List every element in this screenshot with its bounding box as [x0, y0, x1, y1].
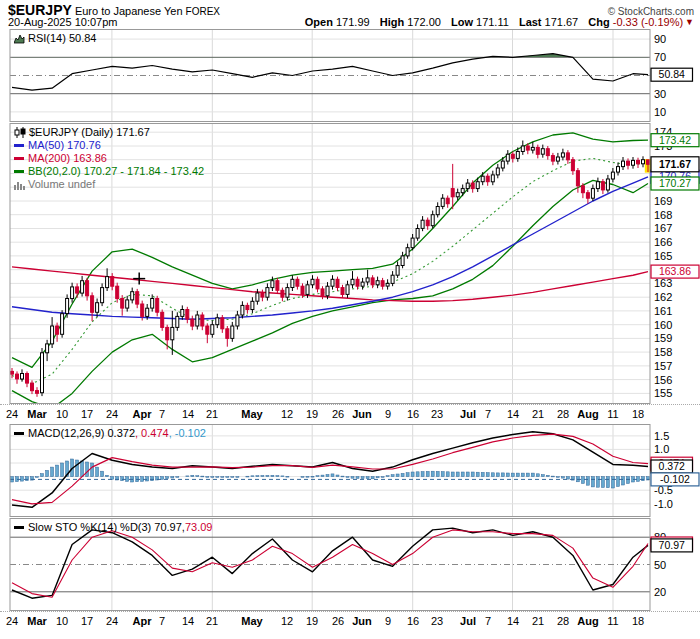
- date-label: 21: [206, 615, 218, 627]
- macd-line-icon: [14, 432, 24, 435]
- date-label: 18: [632, 408, 644, 420]
- date-label: 26: [332, 615, 344, 627]
- date-label: 16: [407, 615, 419, 627]
- chg-value: -0.33 (-0.19%): [613, 16, 683, 28]
- svg-text:-1.0: -1.0: [654, 498, 673, 510]
- date-label: 14: [182, 615, 194, 627]
- svg-text:1.0: 1.0: [654, 443, 669, 455]
- svg-text:166: 166: [654, 236, 672, 248]
- rsi-chart-svg: 9070301050.84: [0, 29, 700, 122]
- svg-text:158: 158: [654, 346, 672, 358]
- date-label: 21: [532, 408, 544, 420]
- bollinger-line-icon: [14, 170, 24, 173]
- date-label: 17: [81, 408, 93, 420]
- month-label: May: [241, 408, 262, 420]
- rsi-overbought-fill: [12, 54, 648, 90]
- month-label: Apr: [133, 615, 152, 627]
- open-value: 171.99: [336, 16, 370, 28]
- date-label: 28: [557, 408, 569, 420]
- svg-text:70.97: 70.97: [659, 539, 685, 551]
- svg-text:159: 159: [654, 332, 672, 344]
- date-label: 12: [281, 615, 293, 627]
- svg-text:30: 30: [654, 88, 666, 100]
- date-label: 12: [281, 408, 293, 420]
- svg-text:171.67: 171.67: [659, 158, 691, 170]
- date-label: 11: [607, 408, 618, 420]
- svg-text:165: 165: [654, 250, 672, 262]
- date-label: 7: [159, 408, 165, 420]
- low-label: Low: [451, 16, 473, 28]
- month-label: Mar: [27, 408, 47, 420]
- svg-text:169: 169: [654, 195, 672, 207]
- volume-bars-icon: [14, 180, 25, 190]
- date-label: 11: [607, 615, 618, 627]
- last-label: Last: [519, 16, 542, 28]
- svg-text:50.84: 50.84: [659, 68, 685, 80]
- svg-text:90: 90: [654, 33, 666, 45]
- chg-down-triangle: ▼: [685, 17, 694, 27]
- datetime: 20-Aug-2025 10:07pm: [8, 16, 117, 28]
- svg-text:157: 157: [654, 360, 672, 372]
- date-axis-bottom: 24Mar101724Apr71421May121926Jun91623Jul7…: [0, 611, 700, 631]
- last-value: 171.67: [545, 16, 579, 28]
- open-label: Open: [305, 16, 333, 28]
- stockcharts-chart-page: $EURJPY Euro to Japanese Yen FOREX © Sto…: [0, 0, 700, 639]
- macd-legend: MACD(12,26,9) 0.372, 0.474, -0.102: [14, 427, 206, 440]
- svg-text:20: 20: [654, 586, 666, 598]
- month-label: Aug: [577, 615, 598, 627]
- sto-legend-main: Slow STO %K(14) %D(3) 70.97,: [28, 521, 185, 534]
- svg-text:1.5: 1.5: [654, 430, 669, 442]
- price-legend-symbol: $EURJPY (Daily) 171.67: [29, 126, 150, 139]
- volume-legend-label: Volume undef: [28, 178, 95, 191]
- date-label: 19: [306, 408, 318, 420]
- svg-text:50: 50: [654, 559, 666, 571]
- date-label: 7: [485, 408, 491, 420]
- svg-text:163: 163: [654, 277, 672, 289]
- high-value: 172.00: [407, 16, 441, 28]
- month-label: Jul: [460, 615, 476, 627]
- date-label: 17: [81, 615, 93, 627]
- ma200-legend-label: MA(200) 163.86: [28, 152, 107, 165]
- month-label: Jun: [352, 408, 372, 420]
- month-label: May: [241, 615, 262, 627]
- date-label: 10: [56, 408, 68, 420]
- date-label: 24: [106, 615, 118, 627]
- ma50-legend-label: MA(50) 170.76: [28, 139, 101, 152]
- candlestick-icon: [14, 127, 26, 138]
- rsi-legend: RSI(14) 50.84: [14, 32, 96, 45]
- date-label: 9: [385, 408, 391, 420]
- date-label: 9: [385, 615, 391, 627]
- date-label: 10: [56, 615, 68, 627]
- date-axis-top: 24Mar101724Apr71421May121926Jun91623Jul7…: [0, 404, 700, 424]
- svg-text:167: 167: [654, 222, 672, 234]
- date-label: 14: [507, 615, 519, 627]
- month-label: Aug: [577, 408, 598, 420]
- date-label: 21: [206, 408, 218, 420]
- macd-legend-hist: , -0.102: [169, 427, 206, 440]
- date-label: 7: [485, 615, 491, 627]
- date-label: 24: [6, 615, 18, 627]
- svg-text:173.42: 173.42: [659, 134, 691, 146]
- date-label: 24: [6, 408, 18, 420]
- high-label: High: [380, 16, 404, 28]
- rsi-panel: 9070301050.84: [0, 29, 700, 122]
- ma50-line-icon: [14, 144, 24, 147]
- svg-text:-0.102: -0.102: [660, 473, 690, 485]
- header-row-quote: 20-Aug-2025 10:07pm Open 171.99 High 172…: [8, 16, 694, 28]
- date-label: 19: [306, 615, 318, 627]
- svg-text:168: 168: [654, 209, 672, 221]
- sto-line-icon: [14, 526, 24, 529]
- chg-label: Chg: [588, 16, 609, 28]
- svg-text:70: 70: [654, 51, 666, 63]
- date-label: 24: [106, 408, 118, 420]
- sto-legend-d: 73.09: [185, 521, 213, 534]
- svg-text:0.372: 0.372: [659, 460, 685, 472]
- date-label: 16: [407, 408, 419, 420]
- stochastic-legend: Slow STO %K(14) %D(3) 70.97, 73.09: [14, 521, 212, 534]
- date-label: 23: [431, 615, 443, 627]
- svg-text:160: 160: [654, 319, 672, 331]
- date-label: 28: [557, 615, 569, 627]
- quote-strip: Open 171.99 High 172.00 Low 171.11 Last …: [305, 16, 694, 28]
- svg-text:10: 10: [654, 106, 666, 118]
- bollinger-legend-label: BB(20,2.0) 170.27 - 171.84 - 173.42: [28, 165, 204, 178]
